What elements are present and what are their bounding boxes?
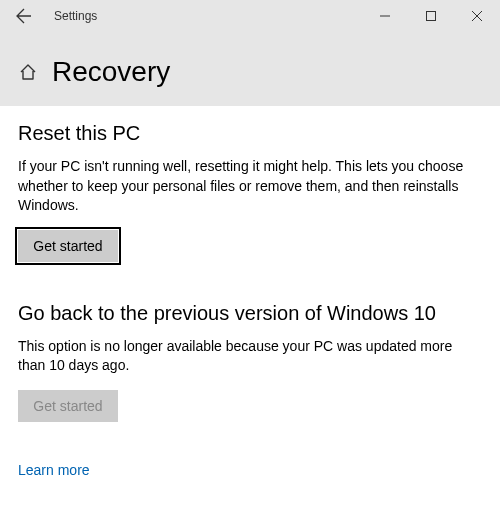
home-icon bbox=[18, 62, 38, 82]
svg-rect-0 bbox=[427, 12, 436, 21]
content-area: Reset this PC If your PC isn't running w… bbox=[0, 106, 500, 494]
app-title: Settings bbox=[54, 9, 97, 23]
close-button[interactable] bbox=[454, 0, 500, 32]
home-button[interactable] bbox=[18, 62, 38, 82]
minimize-button[interactable] bbox=[362, 0, 408, 32]
goback-description: This option is no longer available becau… bbox=[18, 337, 482, 376]
page-title: Recovery bbox=[52, 56, 170, 88]
window-controls bbox=[362, 0, 500, 32]
reset-section: Reset this PC If your PC isn't running w… bbox=[18, 122, 482, 262]
maximize-button[interactable] bbox=[408, 0, 454, 32]
close-icon bbox=[472, 11, 482, 21]
titlebar: Settings bbox=[0, 0, 500, 32]
minimize-icon bbox=[380, 11, 390, 21]
back-button[interactable] bbox=[8, 0, 40, 32]
arrow-left-icon bbox=[16, 8, 32, 24]
learn-more-link[interactable]: Learn more bbox=[18, 462, 482, 478]
titlebar-left: Settings bbox=[8, 0, 97, 32]
goback-section: Go back to the previous version of Windo… bbox=[18, 302, 482, 422]
maximize-icon bbox=[426, 11, 436, 21]
goback-heading: Go back to the previous version of Windo… bbox=[18, 302, 482, 325]
reset-heading: Reset this PC bbox=[18, 122, 482, 145]
goback-get-started-button: Get started bbox=[18, 390, 118, 422]
reset-description: If your PC isn't running well, resetting… bbox=[18, 157, 482, 216]
page-header: Recovery bbox=[0, 32, 500, 106]
reset-get-started-button[interactable]: Get started bbox=[18, 230, 118, 262]
